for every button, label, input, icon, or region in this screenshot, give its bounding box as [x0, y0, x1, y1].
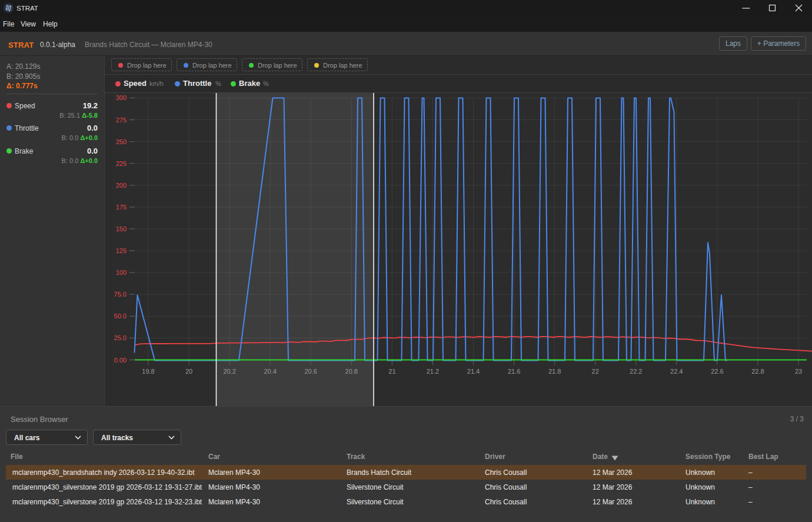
svg-text:22.4: 22.4	[670, 368, 683, 375]
svg-text:21.2: 21.2	[427, 368, 439, 375]
svg-text:300: 300	[116, 94, 127, 101]
svg-text:250: 250	[116, 138, 127, 145]
svg-text:20: 20	[185, 368, 192, 375]
svg-text:225: 225	[116, 160, 127, 167]
svg-text:20.6: 20.6	[304, 368, 317, 375]
svg-text:25.0: 25.0	[114, 334, 127, 341]
svg-text:21: 21	[388, 368, 395, 375]
svg-text:125: 125	[116, 247, 127, 254]
svg-text:100: 100	[116, 269, 127, 276]
svg-text:22: 22	[592, 368, 599, 375]
svg-text:275: 275	[116, 117, 127, 124]
svg-text:19.8: 19.8	[142, 368, 154, 375]
svg-text:200: 200	[116, 182, 127, 189]
svg-text:20.8: 20.8	[345, 368, 358, 375]
svg-text:0.00: 0.00	[114, 357, 127, 364]
svg-text:20.2: 20.2	[223, 368, 235, 375]
svg-text:21.4: 21.4	[467, 368, 480, 375]
svg-text:22.8: 22.8	[751, 368, 764, 375]
svg-text:21.8: 21.8	[548, 368, 561, 375]
svg-text:150: 150	[116, 225, 127, 232]
svg-text:175: 175	[116, 204, 127, 211]
svg-text:75.0: 75.0	[114, 291, 127, 298]
svg-text:20.4: 20.4	[264, 368, 276, 375]
svg-text:23: 23	[795, 368, 802, 375]
svg-text:50.0: 50.0	[114, 312, 127, 320]
svg-text:21.6: 21.6	[508, 368, 520, 375]
svg-text:22.6: 22.6	[711, 368, 723, 375]
svg-text:22.2: 22.2	[630, 368, 642, 375]
